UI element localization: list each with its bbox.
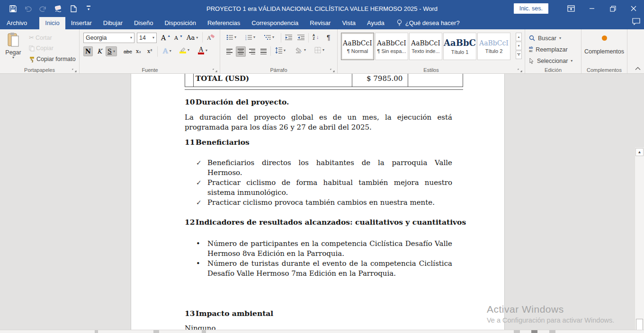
document-page[interactable]: TOTAL (USD) $ 7985.00 10Duración del pro…: [131, 74, 505, 330]
budget-table-fragment[interactable]: TOTAL (USD) $ 7985.00: [131, 74, 504, 90]
collapse-ribbon-icon[interactable]: [635, 66, 641, 71]
tab-referencias[interactable]: Referencias: [202, 17, 246, 29]
paragraph-duracion[interactable]: La duración del proyecto global es de un…: [185, 113, 452, 132]
line-spacing-button[interactable]: ▾: [274, 46, 287, 54]
tell-me-box[interactable]: ¿Qué desea hacer?: [390, 17, 465, 29]
style-normal[interactable]: AaBbCcI ¶ Normal: [341, 33, 374, 60]
sort-button[interactable]: AZ↓: [311, 33, 321, 41]
tab-revisar[interactable]: Revisar: [304, 17, 336, 29]
style-texto-independiente[interactable]: AaBbCcI Texto inde...: [409, 33, 442, 60]
decrease-indent-button[interactable]: [284, 34, 294, 41]
italic-button[interactable]: K: [95, 47, 104, 56]
format-painter-button[interactable]: Copiar formato: [27, 55, 77, 63]
copy-button[interactable]: Copiar: [27, 44, 55, 53]
font-size-combobox[interactable]: 14▾: [137, 33, 157, 43]
find-button[interactable]: Buscar ▾: [525, 33, 581, 43]
addins-label: Complementos: [581, 48, 627, 55]
superscript-button[interactable]: x²: [146, 47, 154, 55]
highlight-color-button[interactable]: ▾: [178, 46, 191, 54]
portapapeles-dialog-launcher-icon[interactable]: [72, 67, 78, 72]
grow-font-button[interactable]: A▲: [160, 33, 172, 43]
tab-vista[interactable]: Vista: [336, 17, 361, 29]
section-heading-12[interactable]: 12Indicadores de resultados alcanzados: …: [185, 218, 452, 227]
restore-button[interactable]: [602, 0, 623, 17]
underline-button[interactable]: S▾: [106, 46, 117, 56]
tab-inicio[interactable]: Inicio: [39, 17, 65, 29]
styles-gallery-more-button[interactable]: ▾: [516, 51, 522, 59]
font-family-combobox[interactable]: Georgia▾: [83, 33, 134, 43]
estilos-dialog-launcher-icon[interactable]: [518, 67, 523, 72]
list-item[interactable]: ✓Practicar ciclismo de forma habitual ta…: [207, 178, 452, 198]
shrink-font-button[interactable]: A▼: [173, 34, 184, 42]
style-sin-espaciado[interactable]: AaBbCcI ¶ Sin espa...: [375, 33, 408, 60]
list-item[interactable]: •Número de participantes en la competenc…: [207, 239, 452, 259]
bullet-list[interactable]: •Número de participantes en la competenc…: [131, 239, 452, 279]
style-titulo-2[interactable]: AaBbCcI Título 2: [477, 33, 510, 60]
font-color-button[interactable]: A ▾: [197, 46, 209, 55]
checkmark-icon: ✓: [196, 198, 202, 208]
parrafo-dialog-launcher-icon[interactable]: [330, 67, 336, 72]
borders-button[interactable]: ▾: [313, 46, 326, 54]
draw-eraser-icon[interactable]: [54, 4, 63, 13]
scrollbar-thumb[interactable]: [636, 319, 643, 330]
section-heading-11[interactable]: 11Beneficiarios: [185, 138, 452, 147]
numbering-button[interactable]: 123▾: [244, 34, 257, 41]
subscript-glyph: x₂: [136, 48, 141, 54]
paste-button[interactable]: Pegar ▾: [4, 32, 23, 60]
list-item[interactable]: •Número de turistas durante el evento de…: [207, 259, 452, 279]
subscript-button[interactable]: x₂: [134, 47, 143, 55]
redo-icon[interactable]: [39, 4, 47, 13]
cut-button[interactable]: ✂ Cortar: [27, 33, 54, 42]
shading-button[interactable]: ▾: [294, 46, 307, 54]
view-web-layout-button[interactable]: [549, 330, 555, 333]
multilevel-list-button[interactable]: ▾: [263, 34, 276, 41]
styles-scroll-down-button[interactable]: ▾: [516, 42, 522, 50]
align-center-button[interactable]: [236, 46, 246, 57]
align-right-button[interactable]: [248, 47, 257, 56]
addins-button[interactable]: Complementos: [581, 34, 627, 55]
clear-formatting-button[interactable]: A: [206, 33, 216, 42]
tab-disposicion[interactable]: Disposición: [159, 17, 201, 29]
tab-diseno[interactable]: Diseño: [128, 17, 159, 29]
select-button[interactable]: Seleccionar ▾: [525, 56, 581, 66]
bold-button[interactable]: N: [83, 46, 93, 56]
close-button[interactable]: [623, 0, 644, 17]
check-list[interactable]: ✓Beneficiarios directos los habitantes d…: [131, 158, 452, 208]
undo-icon[interactable]: [24, 4, 32, 13]
change-case-button[interactable]: Aa▾: [185, 33, 199, 42]
strikethrough-button[interactable]: abc: [122, 48, 134, 55]
tab-insertar[interactable]: Insertar: [65, 17, 98, 29]
save-icon[interactable]: [9, 4, 17, 13]
sign-in-button[interactable]: Inic. ses.: [514, 3, 548, 14]
paragraph-ninguno[interactable]: Ninguno.: [185, 324, 452, 330]
bullets-button[interactable]: ▾: [225, 34, 238, 41]
customize-qat-icon[interactable]: ▾: [84, 4, 93, 13]
styles-scroll-up-button[interactable]: ▴: [516, 33, 522, 41]
highlighter-icon: [179, 47, 186, 53]
view-read-mode-button[interactable]: [514, 330, 520, 333]
ribbon-display-options-icon[interactable]: [561, 0, 581, 17]
section-heading-10[interactable]: 10Duración del proyecto.: [185, 97, 452, 106]
scroll-up-button[interactable]: ▲: [635, 148, 644, 156]
show-formatting-marks-button[interactable]: ¶: [325, 33, 332, 42]
view-print-layout-button[interactable]: [531, 330, 537, 333]
list-item[interactable]: ✓Practicar ciclismo provoca también camb…: [207, 198, 452, 208]
style-titulo-1[interactable]: AaBbC Título 1: [443, 33, 476, 60]
comments-icon[interactable]: [632, 18, 640, 29]
tab-dibujar[interactable]: Dibujar: [98, 17, 128, 29]
fuente-dialog-launcher-icon[interactable]: [213, 67, 218, 72]
text-effects-button[interactable]: A▾: [161, 46, 173, 56]
new-document-icon[interactable]: [69, 4, 78, 13]
increase-indent-button[interactable]: [296, 34, 306, 41]
justify-button[interactable]: [259, 47, 268, 56]
tab-archivo[interactable]: Archivo: [0, 17, 33, 29]
tab-ayuda[interactable]: Ayuda: [361, 17, 390, 29]
align-left-button[interactable]: [225, 47, 234, 56]
section-heading-13[interactable]: 13Impacto ambiental: [185, 309, 452, 318]
minimize-button[interactable]: [581, 0, 602, 17]
list-item[interactable]: ✓Beneficiarios directos los habitantes d…: [207, 158, 452, 178]
replace-button[interactable]: ab ac Reemplazar: [525, 44, 581, 54]
vertical-scrollbar[interactable]: ▲ ▼: [635, 148, 644, 330]
tab-correspondencia[interactable]: Correspondencia: [246, 17, 304, 29]
style-label: ¶ Sin espa...: [377, 48, 406, 54]
